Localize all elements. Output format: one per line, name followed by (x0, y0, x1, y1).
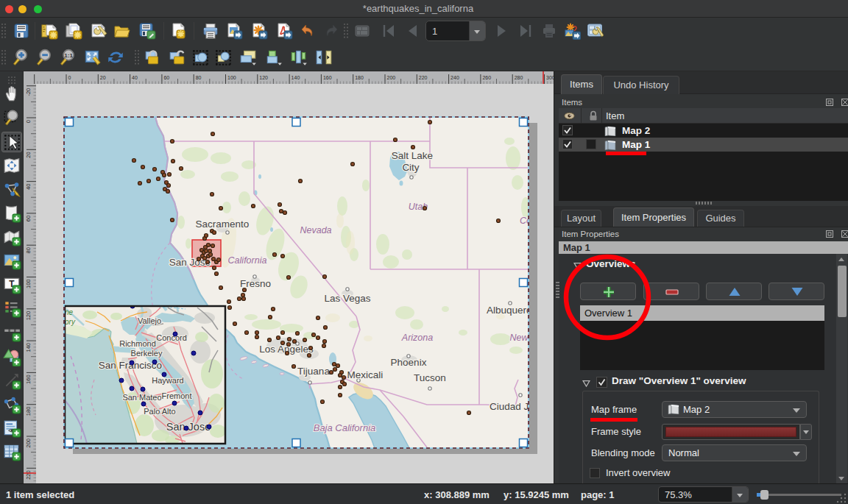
svg-text:New M: New M (510, 333, 534, 343)
svg-text:Salt Lake: Salt Lake (392, 150, 433, 161)
svg-text:Ciudad Ju: Ciudad Ju (490, 401, 534, 412)
svg-text:180: 180 (25, 407, 32, 416)
svg-text:80: 80 (196, 75, 202, 80)
svg-text:280: 280 (515, 75, 523, 80)
svg-text:160: 160 (323, 75, 332, 80)
svg-text:0: 0 (68, 75, 71, 80)
svg-text:20: 20 (100, 75, 106, 80)
svg-text:San Jose: San Jose (166, 421, 211, 433)
svg-text:240: 240 (451, 75, 459, 80)
svg-text:Palo Alto: Palo Alto (144, 407, 175, 416)
svg-text:300: 300 (546, 75, 554, 80)
svg-text:Tucson: Tucson (414, 372, 446, 383)
svg-text:-20: -20 (25, 88, 32, 96)
svg-text:40: 40 (25, 184, 32, 190)
svg-text:0: 0 (25, 120, 32, 123)
svg-text:180: 180 (355, 75, 364, 80)
svg-text:Richmond: Richmond (119, 339, 156, 348)
svg-text:40: 40 (132, 75, 138, 80)
svg-text:Albuquerq: Albuquerq (487, 305, 532, 316)
svg-text:120: 120 (259, 75, 268, 80)
svg-text:City: City (402, 162, 419, 173)
svg-text:160: 160 (25, 375, 32, 384)
svg-text:Phoenix: Phoenix (391, 357, 427, 368)
svg-text:200: 200 (25, 439, 32, 448)
svg-text:20: 20 (25, 152, 32, 157)
svg-text:Arizona: Arizona (401, 333, 433, 343)
svg-text:San Mateo: San Mateo (122, 393, 161, 402)
svg-text:California: California (228, 255, 267, 266)
svg-text:Las Vegas: Las Vegas (324, 293, 370, 304)
svg-text:140: 140 (25, 343, 32, 352)
svg-text:Concord: Concord (156, 333, 187, 342)
svg-text:Hayward: Hayward (152, 376, 183, 385)
svg-text:Fremont: Fremont (162, 391, 192, 400)
svg-text:220: 220 (419, 75, 428, 80)
svg-text:Fresno: Fresno (240, 278, 271, 289)
svg-text:60: 60 (25, 216, 32, 221)
svg-text:200: 200 (387, 75, 396, 80)
svg-text:140: 140 (292, 75, 300, 80)
svg-text:220: 220 (25, 470, 32, 480)
svg-text:60: 60 (163, 75, 169, 80)
svg-text:100: 100 (227, 75, 236, 80)
svg-text:Co: Co (520, 216, 531, 226)
svg-text:100: 100 (25, 280, 32, 289)
svg-text:260: 260 (482, 75, 491, 80)
svg-text:Mexicali: Mexicali (347, 369, 384, 380)
svg-text:Tijuana: Tijuana (297, 366, 330, 377)
svg-text:1:1: 1:1 (64, 52, 73, 59)
svg-text:Berkeley: Berkeley (131, 349, 163, 358)
svg-text:Sacramento: Sacramento (196, 219, 250, 230)
svg-text:120: 120 (25, 311, 32, 321)
svg-text:Nevada: Nevada (300, 225, 331, 235)
svg-text:ne: ne (65, 308, 74, 316)
svg-text:80: 80 (25, 247, 32, 253)
svg-text:Baja California: Baja California (314, 422, 376, 433)
svg-text:Vallejo: Vallejo (138, 316, 161, 325)
svg-text:ory: ory (65, 318, 76, 326)
